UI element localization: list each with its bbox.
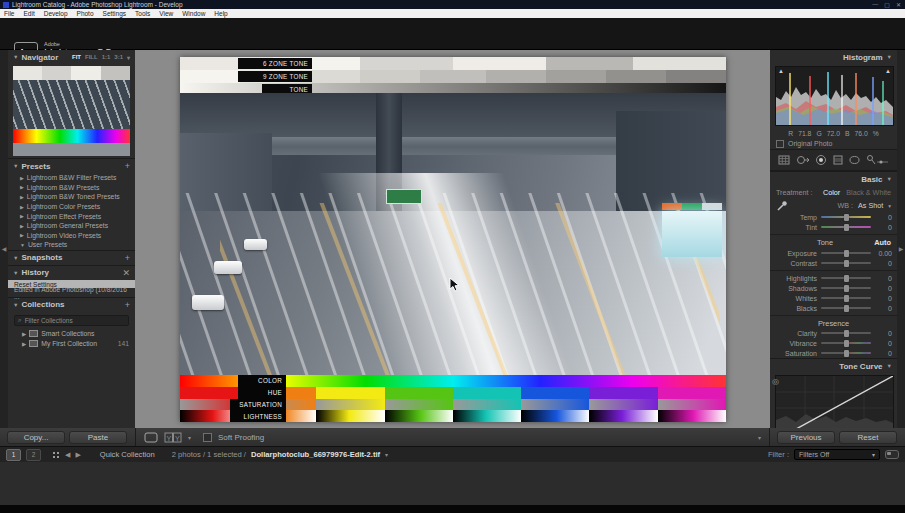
zoom-fill[interactable]: FILL xyxy=(85,54,98,61)
slider-handle[interactable] xyxy=(844,305,849,312)
vibrance-slider[interactable] xyxy=(821,342,871,344)
histogram-header[interactable]: Histogram ▼ xyxy=(770,50,897,64)
zoom-1-1[interactable]: 1:1 xyxy=(102,54,111,61)
filter-collections-input[interactable]: ⌕ Filter Collections xyxy=(14,315,129,326)
filter-dropdown[interactable]: Filters Off ▾ xyxy=(794,449,880,460)
spot-removal-tool-icon[interactable] xyxy=(796,154,811,166)
reset-button[interactable]: Reset xyxy=(839,431,897,444)
red-eye-tool-icon[interactable] xyxy=(815,154,827,166)
zoom-fit[interactable]: FIT xyxy=(72,54,81,61)
menu-file[interactable]: File xyxy=(4,10,14,17)
paste-button[interactable]: Paste xyxy=(69,431,127,444)
preset-group[interactable]: ▶Lightroom Video Presets xyxy=(8,231,135,241)
shadows-slider[interactable] xyxy=(821,287,871,289)
preset-group[interactable]: ▶Lightroom Color Presets xyxy=(8,202,135,212)
history-step[interactable]: Edited in Adobe Photoshop (10/8/2016 ... xyxy=(8,288,135,297)
grid-view-icon[interactable] xyxy=(52,451,60,459)
primary-monitor-button[interactable]: 1 xyxy=(6,449,21,461)
preset-group-user[interactable]: ▼User Presets xyxy=(8,240,135,250)
slider-handle[interactable] xyxy=(844,350,849,357)
slider-handle[interactable] xyxy=(844,250,849,257)
preset-group[interactable]: ▶Lightroom B&W Filter Presets xyxy=(8,173,135,183)
adjustment-brush-tool-icon[interactable] xyxy=(866,154,890,166)
preset-group[interactable]: ▶Lightroom B&W Toned Presets xyxy=(8,192,135,202)
loupe-view-icon[interactable] xyxy=(144,432,158,443)
menu-tools[interactable]: Tools xyxy=(135,10,150,17)
whites-slider[interactable] xyxy=(821,297,871,299)
slider-handle[interactable] xyxy=(844,340,849,347)
toolbar-content-dropdown-icon[interactable]: ▾ xyxy=(758,434,761,441)
basic-header[interactable]: Basic ▼ xyxy=(770,171,897,186)
menu-settings[interactable]: Settings xyxy=(103,10,127,17)
slider-handle[interactable] xyxy=(844,224,849,231)
blacks-slider[interactable] xyxy=(821,307,871,309)
temp-slider[interactable] xyxy=(821,216,871,218)
left-panel-collapse[interactable]: ◀ xyxy=(0,50,8,446)
wb-eyedropper-icon[interactable] xyxy=(776,200,788,212)
source-quick-collection[interactable]: Quick Collection xyxy=(100,450,155,459)
current-filename[interactable]: Dollarphotoclub_66979976-Edit-2.tif xyxy=(251,450,380,459)
shadow-clipping-icon[interactable]: ▲ xyxy=(778,68,784,74)
zoom-ratio-dropdown-icon[interactable]: ▾ xyxy=(127,54,130,61)
filter-toggle-switch[interactable] xyxy=(885,450,899,459)
preset-group[interactable]: ▶Lightroom B&W Presets xyxy=(8,183,135,193)
slider-handle[interactable] xyxy=(844,285,849,292)
view-mode-dropdown-icon[interactable]: ▾ xyxy=(188,434,191,441)
window-titlebar[interactable]: Lightroom Catalog - Adobe Photoshop Ligh… xyxy=(0,0,905,9)
wb-value[interactable]: As Shot xyxy=(858,201,883,210)
menu-view[interactable]: View xyxy=(159,10,173,17)
menu-edit[interactable]: Edit xyxy=(23,10,34,17)
slider-handle[interactable] xyxy=(844,260,849,267)
targeted-adjustment-icon[interactable]: ◎ xyxy=(772,377,779,386)
menu-develop[interactable]: Develop xyxy=(44,10,68,17)
original-photo-checkbox[interactable] xyxy=(776,140,784,148)
exposure-slider[interactable] xyxy=(821,252,871,254)
slider-handle[interactable] xyxy=(844,214,849,221)
saturation-slider[interactable] xyxy=(821,352,871,354)
highlight-clipping-icon[interactable]: ▲ xyxy=(885,68,891,74)
slider-handle[interactable] xyxy=(844,330,849,337)
zoom-3-1[interactable]: 3:1 xyxy=(114,54,123,61)
wb-dropdown-icon[interactable]: ▾ xyxy=(888,203,891,209)
preset-group[interactable]: ▶Lightroom Effect Presets xyxy=(8,211,135,221)
close-button[interactable]: ✕ xyxy=(896,1,901,8)
add-collection-button[interactable]: + xyxy=(125,300,130,310)
tone-curve-graph[interactable] xyxy=(775,375,894,428)
right-panel-collapse[interactable]: ▶ xyxy=(897,50,905,446)
treatment-color[interactable]: Color xyxy=(823,188,840,197)
slider-handle[interactable] xyxy=(844,295,849,302)
radial-filter-tool-icon[interactable] xyxy=(848,154,861,166)
highlights-slider[interactable] xyxy=(821,277,871,279)
preset-group[interactable]: ▶Lightroom General Presets xyxy=(8,221,135,231)
history-header[interactable]: ▼ History ✕ xyxy=(8,265,135,280)
photo-view[interactable]: 6 ZONE TONE 9 ZONE TONE TONE COLOR HUE S… xyxy=(180,57,726,422)
tone-curve-header[interactable]: Tone Curve ▼ xyxy=(770,358,897,373)
snapshots-header[interactable]: ▼ Snapshots + xyxy=(8,250,135,265)
soft-proofing-checkbox[interactable] xyxy=(203,433,212,442)
contrast-slider[interactable] xyxy=(821,262,871,264)
tint-slider[interactable] xyxy=(821,226,871,228)
graduated-filter-tool-icon[interactable] xyxy=(832,154,844,166)
histogram[interactable]: ▲ ▲ xyxy=(775,66,894,126)
previous-button[interactable]: Previous xyxy=(777,431,835,444)
copy-button[interactable]: Copy... xyxy=(7,431,65,444)
maximize-button[interactable]: ▢ xyxy=(884,1,890,8)
before-after-view-icon[interactable]: YY xyxy=(164,432,182,443)
crop-tool-icon[interactable] xyxy=(777,154,791,166)
auto-tone-button[interactable]: Auto xyxy=(874,238,891,247)
minimize-button[interactable]: — xyxy=(872,1,878,8)
slider-handle[interactable] xyxy=(844,275,849,282)
clarity-slider[interactable] xyxy=(821,332,871,334)
menu-photo[interactable]: Photo xyxy=(77,10,94,17)
menu-help[interactable]: Help xyxy=(214,10,227,17)
next-photo-icon[interactable]: ▶ xyxy=(75,451,80,459)
menu-window[interactable]: Window xyxy=(182,10,205,17)
clear-history-button[interactable]: ✕ xyxy=(122,268,130,278)
presets-header[interactable]: ▼ Presets + xyxy=(8,158,135,173)
navigator-preview[interactable] xyxy=(13,66,130,156)
source-dropdown-icon[interactable]: ▾ xyxy=(385,451,388,458)
navigator-header[interactable]: ▼ Navigator FIT FILL 1:1 3:1 ▾ xyxy=(8,50,135,64)
add-snapshot-button[interactable]: + xyxy=(125,253,130,263)
secondary-monitor-button[interactable]: 2 xyxy=(26,449,41,461)
add-preset-button[interactable]: + xyxy=(125,161,130,171)
